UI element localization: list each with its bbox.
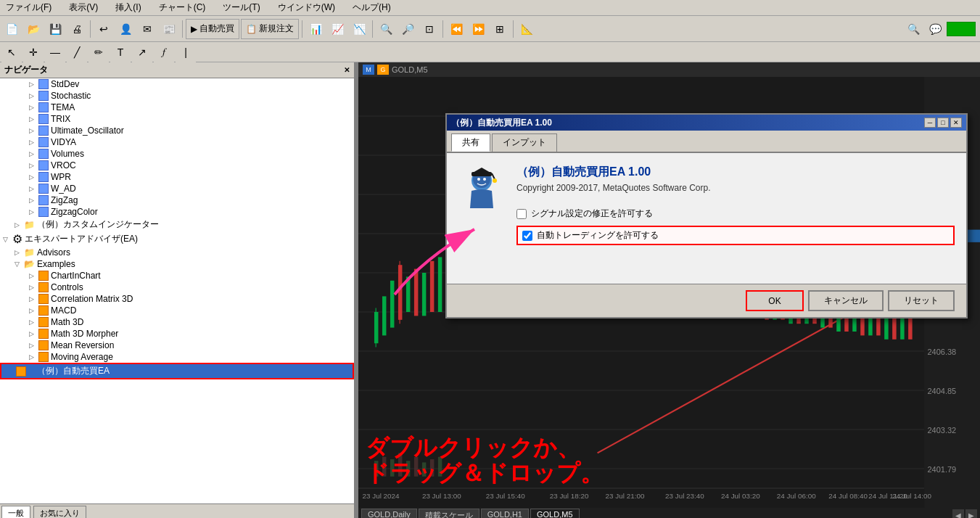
toolbar-indicators[interactable]: 📐 <box>516 19 537 39</box>
tree-item-wpr[interactable]: ▷ WPR <box>0 171 354 183</box>
expand-icon: ▷ <box>15 221 22 229</box>
tree-item-trix[interactable]: ▷ TRIX <box>0 113 354 125</box>
toolbar-chart-bar[interactable]: 📊 <box>305 19 326 39</box>
tool-text[interactable]: T <box>110 42 131 62</box>
toolbar-scroll-right[interactable]: ⏩ <box>468 19 488 39</box>
toolbar-neworder[interactable]: 📋 新規注文 <box>241 19 299 39</box>
nav-tab-general[interactable]: 一般 <box>1 506 30 518</box>
tree-item-chartinchart[interactable]: ▷ ChartInChart <box>0 270 354 281</box>
tree-item-math3d[interactable]: ▷ Math 3D <box>0 316 354 328</box>
tree-item-stochastic[interactable]: ▷ Stochastic <box>0 90 354 102</box>
dialog-tab-shared[interactable]: 共有 <box>451 133 490 152</box>
svg-text:2403.32: 2403.32 <box>927 426 956 435</box>
menu-window[interactable]: ウインドウ(W) <box>275 1 338 15</box>
toolbar-fit[interactable]: ⊡ <box>419 19 440 39</box>
tree-item-macd[interactable]: ▷ MACD <box>0 305 354 316</box>
expand-icon: ▽ <box>3 236 10 243</box>
tree-item-vroc[interactable]: ▷ VROC <box>0 160 354 171</box>
toolbar-open[interactable]: 📂 <box>23 19 44 39</box>
tree-item-corr-matrix[interactable]: ▷ Correlation Matrix 3D <box>0 293 354 305</box>
chart-scroll-left-btn[interactable]: ◀ <box>952 509 964 518</box>
svg-text:23 Jul 23:40: 23 Jul 23:40 <box>665 492 704 500</box>
menu-bar: ファイル(F) 表示(V) 挿入(I) チャート(C) ツール(T) ウインドウ… <box>0 0 980 16</box>
toolbar-save[interactable]: 💾 <box>45 19 65 39</box>
tree-item-wad[interactable]: ▷ W_AD <box>0 183 354 194</box>
toolbar-zoom-in[interactable]: 🔍 <box>376 19 396 39</box>
dialog-maximize-btn[interactable]: □ <box>937 118 949 128</box>
menu-chart[interactable]: チャート(C) <box>156 1 209 15</box>
tool-hline[interactable]: — <box>45 42 65 62</box>
dialog-content: （例）自動売買用EA 1.00 Copyright 2009-2017, Met… <box>447 153 966 284</box>
toolbar-chart-candle[interactable]: 📈 <box>327 19 347 39</box>
tree-item-volumes[interactable]: ▷ Volumes <box>0 148 354 160</box>
tree-item-math3d-morpher[interactable]: ▷ Math 3D Morpher <box>0 328 354 340</box>
dialog-option-autotrading[interactable]: 自動トレーディングを許可する <box>516 226 955 245</box>
menu-tools[interactable]: ツール(T) <box>220 1 263 15</box>
tree-item-controls[interactable]: ▷ Controls <box>0 281 354 293</box>
toolbar-print[interactable]: 🖨 <box>67 19 87 39</box>
toolbar-zoom-out[interactable]: 🔎 <box>398 19 418 39</box>
chart-scroll-right-btn[interactable]: ▶ <box>965 509 977 518</box>
toolbar-sep4 <box>372 20 373 38</box>
tree-label: Stochastic <box>51 91 91 101</box>
toolbar-profiles[interactable]: 👤 <box>115 19 136 39</box>
tool-arrow[interactable]: ↗ <box>132 42 152 62</box>
chart-tab-h1[interactable]: GOLD,H1 <box>481 509 529 518</box>
chart-canvas[interactable]: 2419.03 2416.50 2413.97 2411.72 2409.91 … <box>358 77 980 508</box>
toolbar-search[interactable]: 🔍 <box>903 19 923 39</box>
chart-tab-m5[interactable]: GOLD,M5 <box>530 509 580 518</box>
dialog-cancel-button[interactable]: キャンセル <box>808 290 884 311</box>
tool-fib[interactable]: 𝑓 <box>154 42 174 62</box>
tree-item-zigzagcolor[interactable]: ▷ ZigzagColor <box>0 206 354 218</box>
tree-item-stddev[interactable]: ▷ StdDev <box>0 78 354 90</box>
menu-help[interactable]: ヘルプ(H) <box>350 1 394 15</box>
tree-item-advisors[interactable]: ▷ 📁 Advisors <box>0 247 354 258</box>
tool-cursor[interactable]: ↖ <box>1 42 22 62</box>
tree-item-moving-average[interactable]: ▷ Moving Average <box>0 351 354 363</box>
dialog-minimize-btn[interactable]: ─ <box>924 118 936 128</box>
chart-tab-daily[interactable]: GOLD,Daily <box>361 509 417 518</box>
tool-period-sep[interactable]: | <box>176 42 196 62</box>
tree-item-zigzag[interactable]: ▷ ZigZag <box>0 194 354 206</box>
dialog-tab-input[interactable]: インプット <box>492 133 557 152</box>
tree-label: TRIX <box>51 114 70 124</box>
toolbar-new[interactable]: 📄 <box>1 19 22 39</box>
navigator-close-btn[interactable]: ✕ <box>344 66 350 74</box>
tree-item-ea-selected[interactable]: （例）自動売買EA <box>0 363 354 379</box>
dialog-checkbox-signal[interactable] <box>516 209 527 219</box>
nav-tab-favorites[interactable]: お気に入り <box>33 506 86 518</box>
chart-icon: M <box>363 65 374 75</box>
toolbar-autotrade[interactable]: ▶ 自動売買 <box>186 19 239 39</box>
menu-insert[interactable]: 挿入(I) <box>112 1 144 15</box>
toolbar-chat[interactable]: 💬 <box>925 19 945 39</box>
tool-pencil[interactable]: ✏ <box>88 42 109 62</box>
tree-item-ea-root[interactable]: ▽ ⚙ エキスパートアドバイザ(EA) <box>0 231 354 247</box>
ea-item-icon <box>38 352 49 362</box>
chart-tab-scale[interactable]: 積載スケール <box>419 509 479 518</box>
tree-item-custom-indicators[interactable]: ▷ 📁 （例）カスタムインジケーター <box>0 218 354 231</box>
dialog-close-btn[interactable]: ✕ <box>950 118 962 128</box>
tree-item-mean-reversion[interactable]: ▷ Mean Reversion <box>0 340 354 351</box>
dialog-option-signal[interactable]: シグナル設定の修正を許可する <box>516 207 955 220</box>
indicator-icon <box>38 149 49 159</box>
toolbar-news[interactable]: 📰 <box>159 19 179 39</box>
tree-item-ult-osc[interactable]: ▷ Ultimate_Oscillator <box>0 125 354 136</box>
tree-item-tema[interactable]: ▷ TEMA <box>0 102 354 113</box>
toolbar-chart-line[interactable]: 📉 <box>349 19 369 39</box>
menu-view[interactable]: 表示(V) <box>66 1 101 15</box>
dialog-reset-button[interactable]: リセット <box>888 290 955 311</box>
expand-icon: ▷ <box>29 173 36 181</box>
toolbar-period[interactable]: ⊞ <box>490 19 510 39</box>
toolbar-mail[interactable]: ✉ <box>137 19 157 39</box>
tree-container[interactable]: ▷ StdDev ▷ Stochastic ▷ TEMA ▷ TRIX ▷ <box>0 78 354 503</box>
menu-file[interactable]: ファイル(F) <box>3 1 54 15</box>
toolbar-scroll-left[interactable]: ⏪ <box>446 19 466 39</box>
tree-item-examples[interactable]: ▽ 📂 Examples <box>0 258 354 270</box>
toolbar-undo[interactable]: ↩ <box>94 19 114 39</box>
tool-crosshair[interactable]: ✛ <box>23 42 44 62</box>
svg-line-122 <box>492 173 495 179</box>
dialog-checkbox-autotrading[interactable] <box>522 231 532 241</box>
dialog-ok-button[interactable]: OK <box>746 290 804 311</box>
tree-item-vidya[interactable]: ▷ VIDYA <box>0 136 354 148</box>
tool-line[interactable]: ╱ <box>67 42 87 62</box>
